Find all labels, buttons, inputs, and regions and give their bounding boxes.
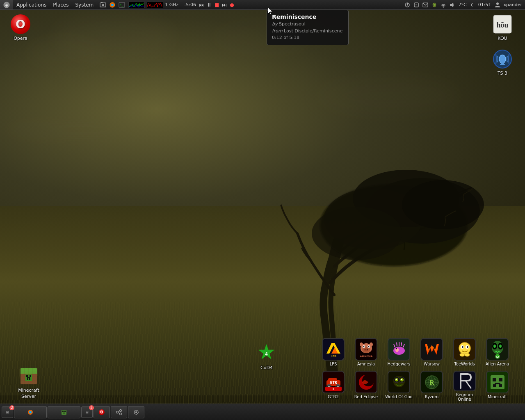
svg-rect-137 [64, 411, 66, 412]
world-of-goo-label: World Of Goo [385, 395, 412, 399]
workspace-button-2[interactable]: ⊞ 2 [81, 406, 93, 418]
firefox-taskbar-button[interactable] [14, 406, 47, 418]
firefox-icon [27, 409, 34, 415]
system-tray: 7°C 01:51 xpander [403, 0, 525, 10]
svg-point-76 [396, 350, 398, 352]
share-taskbar-button[interactable] [111, 406, 127, 418]
minecraft-img [487, 372, 508, 393]
opera-taskbar-button[interactable]: O [94, 406, 110, 418]
menu-system[interactable]: System [72, 0, 97, 9]
minecraft-taskbar-icon [61, 409, 67, 415]
taskbar-system-logo[interactable]: ⊕ [0, 0, 13, 9]
svg-point-64 [360, 342, 363, 347]
teeworlds-label: TeeWorlds [454, 362, 475, 366]
red-eclipse-img [356, 372, 377, 393]
settings-taskbar-button[interactable] [128, 406, 144, 418]
svg-line-72 [401, 342, 402, 346]
svg-point-5 [312, 207, 402, 260]
svg-point-68 [393, 347, 405, 355]
minecraft-dock-icon[interactable]: Minecraft [482, 371, 513, 402]
temperature-display: 7°C [457, 0, 468, 10]
alien-arena-img: AA [487, 339, 508, 360]
regnum-online-dock-icon[interactable]: Regnum Online [449, 371, 480, 402]
kou-icon[interactable]: hõu KOU [486, 14, 519, 41]
workspace-button-1[interactable]: ⊞ 2 [2, 406, 13, 418]
workspace-badge-1: 2 [9, 405, 14, 410]
gtr2-dock-icon[interactable]: GTR 2 GTR2 [318, 371, 349, 402]
svg-rect-131 [493, 384, 496, 387]
opera-logo-img: O [11, 14, 30, 34]
opera-icon[interactable]: O Opera [4, 14, 37, 41]
ryzom-label: Ryzom [425, 395, 438, 399]
media-next-button[interactable]: ⏭ [221, 1, 228, 9]
world-of-goo-img [389, 372, 409, 393]
lfs-img: LFS [323, 339, 344, 360]
svg-point-62 [364, 349, 365, 350]
svg-line-70 [397, 342, 397, 346]
settings-icon [133, 409, 139, 415]
world-of-goo-dock-icon[interactable]: World Of Goo [383, 371, 414, 402]
warsow-label: Warsow [424, 362, 440, 366]
user-icon[interactable] [493, 0, 502, 10]
power-icon[interactable] [403, 0, 411, 10]
cpu-graph [147, 2, 163, 8]
screenshot-icon[interactable] [99, 1, 107, 9]
menu-applications[interactable]: Applications [13, 0, 50, 9]
svg-point-11 [103, 4, 104, 5]
song-artist: by Spectrasoul [272, 21, 343, 28]
svg-point-140 [116, 411, 119, 413]
svg-point-59 [363, 346, 364, 347]
teeworlds-dock-icon[interactable]: TeeWorlds [449, 338, 480, 369]
media-controls: -5:06 ⏮ ⏸ ■ ⏭ ● [181, 1, 237, 9]
minecraft-server-icon[interactable]: Minecraft Server [12, 366, 45, 399]
hedgewars-img [389, 339, 409, 360]
svg-point-92 [493, 345, 496, 348]
red-eclipse-dock-icon[interactable]: Red Eclipse [351, 371, 381, 402]
opera-icon-label: Opera [14, 36, 27, 41]
volume-icon[interactable] [448, 0, 457, 10]
menu-places[interactable]: Places [50, 0, 72, 9]
wifi-icon[interactable] [439, 0, 447, 10]
svg-text:AA: AA [496, 356, 499, 358]
svg-rect-45 [27, 377, 30, 378]
media-pause-button[interactable]: ⏸ [205, 1, 213, 9]
svg-point-116 [401, 379, 402, 380]
alien-arena-dock-icon[interactable]: AA Alien Arena [482, 338, 513, 369]
svg-point-108 [362, 374, 374, 386]
svg-rect-130 [495, 383, 500, 384]
browser-icon[interactable] [108, 1, 116, 9]
cod4-icon[interactable]: 4 CoD4 [250, 344, 283, 371]
warsow-dock-icon[interactable]: Warsow [416, 338, 447, 369]
minecraft-taskbar-button[interactable] [48, 406, 80, 418]
mail-icon[interactable] [421, 0, 429, 10]
ts3-icon[interactable]: TS 3 [486, 49, 519, 76]
gtr2-label: GTR2 [328, 395, 339, 399]
hedgewars-dock-icon[interactable]: Hedgewars [383, 338, 414, 369]
terminal-icon[interactable]: >_ [118, 1, 126, 9]
username-display: xpander [502, 0, 523, 10]
svg-point-84 [462, 346, 463, 348]
svg-point-93 [499, 345, 502, 348]
media-record-button[interactable]: ● [228, 1, 235, 9]
ryzom-dock-icon[interactable]: R Ryzom [416, 371, 447, 402]
media-stop-button[interactable]: ■ [213, 1, 220, 9]
song-progress: 0:12 of 5:18 [272, 34, 343, 41]
svg-point-141 [120, 413, 122, 415]
svg-point-87 [465, 353, 470, 356]
svg-point-63 [367, 349, 368, 350]
warsow-img [422, 339, 442, 360]
lfs-dock-icon[interactable]: LFS LFS [318, 338, 349, 369]
kou-icon-label: KOU [498, 36, 507, 41]
amnesia-dock-icon[interactable]: AMNESIA Amnesia [351, 338, 381, 369]
battery-icon[interactable] [430, 0, 438, 10]
regnum-online-img [454, 371, 475, 391]
status-icon[interactable] [412, 0, 420, 10]
svg-point-139 [120, 409, 122, 411]
share-icon [116, 409, 122, 415]
svg-point-85 [467, 346, 468, 348]
ryzom-img: R [422, 372, 442, 393]
amnesia-label: Amnesia [357, 362, 375, 366]
media-prev-button[interactable]: ⏮ [198, 1, 205, 9]
minecraft-label: Minecraft [488, 395, 507, 399]
kou-img: hõu [493, 14, 512, 34]
